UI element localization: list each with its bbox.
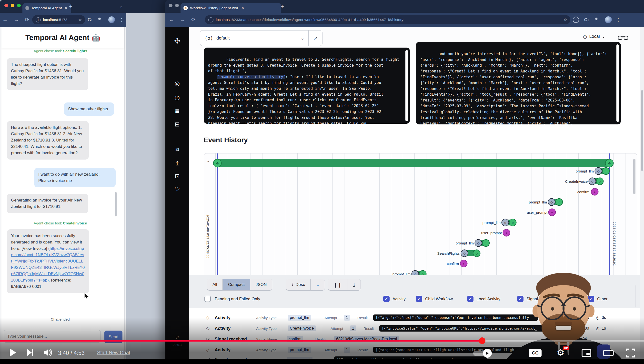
sidebar-batch-icon[interactable]: ⊟: [166, 121, 189, 128]
workflow-start-marker[interactable]: ✣: [213, 159, 222, 168]
zoom-window-button[interactable]: [17, 4, 21, 7]
namespace-value[interactable]: default: [216, 36, 230, 41]
data-encoder-glasses-icon[interactable]: [618, 35, 628, 40]
pause-updates-button[interactable]: ❙❙: [328, 279, 348, 290]
timeline-scrollbar[interactable]: [633, 159, 636, 194]
extensions-puzzle-icon[interactable]: [97, 17, 102, 23]
extension-c-icon[interactable]: C:: [88, 17, 92, 22]
left-browser-tab[interactable]: Temporal AI Agent ✕: [22, 3, 71, 13]
sidebar-workflows-icon[interactable]: ◎: [166, 80, 189, 87]
tab-close-icon[interactable]: ✕: [64, 6, 68, 10]
filter-local-activity-checkbox[interactable]: ✓: [467, 296, 474, 302]
bookmark-star-icon[interactable]: ☆: [564, 18, 567, 22]
progress-playhead[interactable]: [479, 338, 486, 344]
sidebar-favorites-icon[interactable]: ♡: [166, 186, 189, 193]
tab-search-chevron-icon[interactable]: ⌄: [119, 4, 123, 9]
namespace-chevron-down-icon[interactable]: ⌄: [300, 36, 304, 41]
extension-c-icon[interactable]: C:: [584, 17, 589, 22]
signal-marker[interactable]: ◆: [548, 208, 556, 216]
activity-scheduled-marker[interactable]: ◇: [595, 167, 602, 175]
profile-avatar[interactable]: [605, 16, 612, 23]
view-tab-all[interactable]: All: [207, 279, 223, 290]
temporal-sidebar: ✣ ◎ ◷ ≣ ⊟ ⧈ ↥ ⊡ ♡ ☼ 2.30.3: [166, 27, 189, 364]
minimize-window-button[interactable]: [175, 4, 179, 7]
play-button[interactable]: [9, 348, 16, 357]
site-info-icon[interactable]: i: [208, 17, 214, 22]
sort-desc-button[interactable]: ↓ Desc: [286, 279, 310, 290]
view-tab-json[interactable]: JSON: [250, 279, 272, 290]
reload-button[interactable]: ⟳: [25, 16, 29, 23]
activity-completed-marker[interactable]: ◇: [473, 250, 480, 257]
miniplayer-button[interactable]: [582, 349, 591, 357]
menu-kebab-icon[interactable]: ⋮: [119, 17, 124, 23]
activity-completed-marker[interactable]: ◇: [482, 239, 490, 247]
activity-completed-marker[interactable]: ◇: [556, 198, 563, 206]
result-payload-codeblock[interactable]: and month you're interested in for the e…: [416, 42, 621, 124]
activity-scheduled-marker[interactable]: ◇: [502, 219, 509, 226]
address-bar[interactable]: i localhost:8233/namespaces/default/work…: [205, 15, 570, 24]
activity-scheduled-marker[interactable]: ◇: [548, 198, 556, 206]
sort-chevron-button[interactable]: ⌄: [310, 279, 325, 290]
page-scrollbar-thumb[interactable]: [641, 90, 643, 171]
codeblock-scrollbar[interactable]: [406, 50, 408, 121]
minimize-window-button[interactable]: [11, 4, 14, 7]
fullscreen-button[interactable]: [626, 348, 635, 358]
sidebar-deployments-icon[interactable]: ≣: [166, 107, 189, 114]
chat-scrollbar[interactable]: [115, 192, 116, 216]
next-button[interactable]: [26, 348, 34, 357]
signal-marker[interactable]: ◆: [591, 188, 599, 196]
close-window-button[interactable]: [4, 4, 8, 7]
forward-button[interactable]: →: [14, 16, 19, 23]
profile-avatar[interactable]: [108, 16, 115, 23]
extensions-puzzle-icon[interactable]: [594, 17, 598, 23]
activity-completed-marker[interactable]: ◇: [596, 178, 604, 185]
signal-marker[interactable]: ◆: [503, 229, 510, 237]
codeblock-scrollbar[interactable]: [616, 44, 619, 122]
invoice-link[interactable]: (https://invoice.stripe.com/i/acct_1NBOL…: [11, 246, 85, 282]
pending-failed-checkbox[interactable]: [204, 296, 211, 302]
forward-button[interactable]: →: [180, 16, 186, 23]
activity-completed-marker[interactable]: ◇: [602, 167, 610, 175]
new-tab-button[interactable]: +: [69, 3, 72, 10]
close-window-button[interactable]: [169, 4, 172, 7]
timeline-card: ⌄ ✣ ✣ prompt_llm ◇ ◇ CreateInvoice ◇ ◇ c…: [204, 153, 637, 278]
new-tab-button[interactable]: +: [280, 3, 284, 10]
bookmark-star-icon[interactable]: ☆: [78, 18, 82, 22]
right-browser-tab[interactable]: ✣ Workflow History | agent-wor ✕: [180, 3, 281, 13]
autoplay-toggle[interactable]: [473, 350, 491, 356]
expand-row-chevron-icon[interactable]: ⌄: [206, 158, 210, 163]
page-scrollbar-track[interactable]: [640, 27, 644, 364]
site-info-icon[interactable]: i: [36, 17, 41, 22]
back-button[interactable]: ←: [2, 16, 8, 23]
activity-scheduled-marker[interactable]: ◇: [475, 239, 482, 247]
activity-scheduled-marker[interactable]: ◇: [461, 250, 468, 257]
back-button[interactable]: ←: [169, 16, 174, 23]
password-manager-icon[interactable]: 1: [573, 16, 579, 23]
activity-completed-marker[interactable]: ◇: [509, 219, 517, 226]
signal-marker[interactable]: ◆: [460, 260, 468, 268]
view-tab-compact[interactable]: Compact: [223, 279, 250, 290]
tab-close-icon[interactable]: ✕: [241, 6, 244, 10]
sidebar-schedules-icon[interactable]: ◷: [166, 94, 189, 101]
filter-child-workflow-checkbox[interactable]: ✓: [416, 296, 422, 302]
captions-button[interactable]: CC: [529, 349, 542, 357]
download-history-button[interactable]: ↓: [348, 279, 361, 290]
theater-mode-button[interactable]: [603, 350, 614, 356]
progress-bar[interactable]: [0, 340, 644, 342]
filter-activity-checkbox[interactable]: ✓: [383, 296, 390, 302]
activity-scheduled-marker[interactable]: ◇: [589, 178, 596, 185]
sidebar-codec-icon[interactable]: ⧈: [166, 146, 189, 152]
menu-kebab-icon[interactable]: ⋮: [616, 17, 621, 23]
address-bar[interactable]: i localhost:5173 ☆: [32, 15, 85, 24]
time-format-select[interactable]: ◷ Local ⌄: [583, 34, 605, 39]
reload-button[interactable]: ⟳: [191, 16, 196, 23]
open-namespace-external-icon[interactable]: ↗: [308, 35, 322, 41]
sidebar-feedback-icon[interactable]: ⊡: [166, 173, 189, 180]
settings-gear-icon[interactable]: ⚙ HD: [557, 348, 564, 357]
start-new-chat-link[interactable]: Start New Chat: [97, 350, 130, 356]
workflow-end-marker[interactable]: ✣: [605, 159, 614, 168]
input-payload-codeblock[interactable]: FindEvents: Find an event to travel to 2…: [204, 48, 410, 124]
workflow-span-bar[interactable]: [217, 159, 610, 167]
sidebar-import-icon[interactable]: ↥: [166, 160, 189, 167]
volume-icon[interactable]: [44, 348, 52, 357]
